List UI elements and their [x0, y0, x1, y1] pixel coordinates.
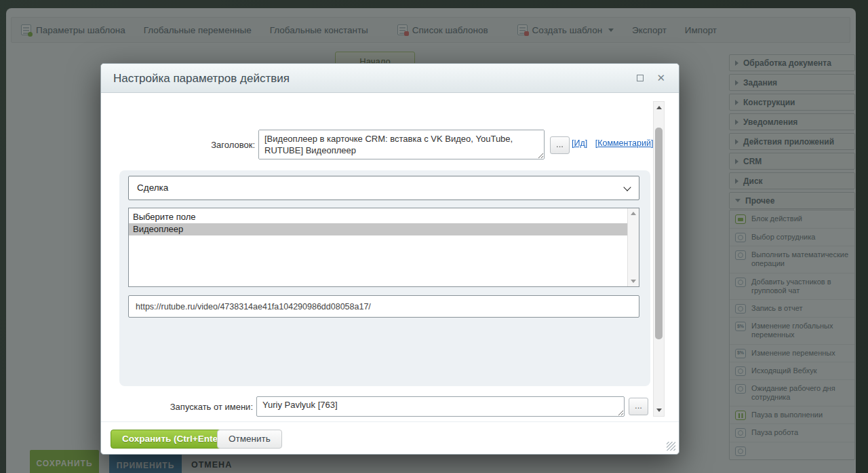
listbox-option-selected[interactable]: Видеоплеер — [129, 223, 627, 235]
field-listbox[interactable]: Выберите поле Видеоплеер — [128, 208, 639, 287]
listbox-scrollbar[interactable] — [627, 208, 639, 286]
dialog-title: Настройка параметров действия — [113, 64, 290, 93]
field-links: [Ид] [Комментарий] — [572, 138, 658, 148]
chevron-down-icon — [623, 183, 631, 191]
scroll-down-icon[interactable] — [631, 280, 636, 283]
action-settings-panel: Сделка Выберите поле Видеоплеер — [119, 170, 650, 386]
entity-type-value: Сделка — [137, 183, 168, 193]
video-url-input[interactable] — [128, 295, 639, 318]
maximize-icon[interactable] — [637, 75, 644, 81]
title-more-button[interactable]: ... — [550, 136, 570, 154]
comment-link[interactable]: [Комментарий] — [595, 138, 654, 148]
scroll-down-icon[interactable] — [654, 405, 664, 415]
dialog-titlebar[interactable]: Настройка параметров действия ✕ — [101, 64, 679, 93]
id-link[interactable]: [Ид] — [572, 138, 587, 148]
title-field-label: Заголовок: — [182, 140, 255, 150]
close-icon[interactable]: ✕ — [656, 72, 665, 84]
scroll-up-icon[interactable] — [631, 212, 636, 215]
title-field-input[interactable]: [Видеоплеер в карточке CRM: вставка с VK… — [258, 130, 545, 159]
scrollbar-thumb[interactable] — [655, 128, 663, 339]
scroll-up-icon[interactable] — [654, 102, 664, 113]
entity-type-select[interactable]: Сделка — [128, 176, 639, 200]
listbox-option[interactable]: Выберите поле — [129, 211, 627, 223]
run-as-input[interactable]: Yuriy Pavlyuk [763] — [256, 396, 625, 417]
dialog-scrollbar[interactable] — [653, 101, 665, 417]
dialog-resize-grip[interactable] — [667, 442, 675, 451]
action-settings-dialog: Настройка параметров действия ✕ Заголово… — [100, 63, 679, 455]
page: Параметры шаблона Глобальные переменные … — [0, 0, 868, 473]
dialog-cancel-button[interactable]: Отменить — [217, 430, 282, 449]
run-as-label: Запускать от имени: — [158, 402, 253, 412]
footer-divider — [101, 421, 679, 422]
run-as-more-button[interactable]: ... — [629, 398, 648, 415]
